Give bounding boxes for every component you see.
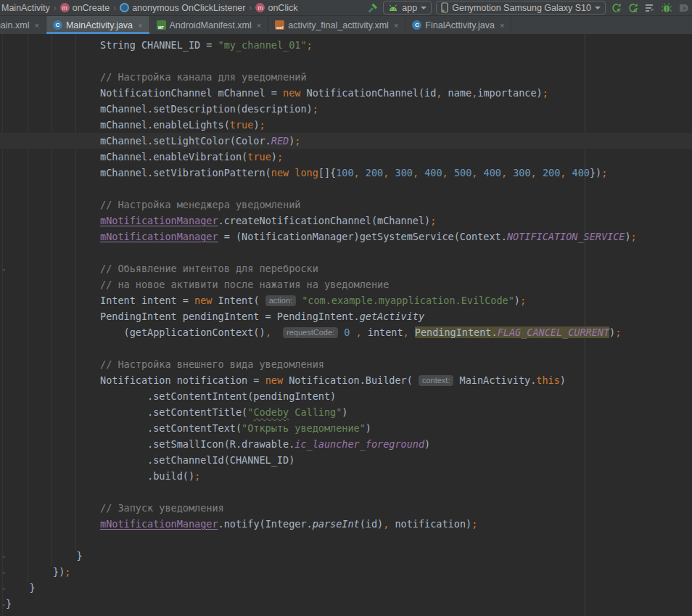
code-line[interactable]: // Настройка внешнего вида уведомления — [0, 356, 692, 372]
attach-debugger-icon — [677, 2, 689, 14]
code-line[interactable]: mChannel.setVibrationPattern(new long[]{… — [0, 165, 692, 181]
code-line[interactable]: // Настройка менеджера уведомлений — [0, 197, 692, 213]
fold-marker-icon[interactable]: ⌄ — [0, 583, 7, 593]
code-line[interactable]: Notification notification = new Notifica… — [0, 372, 692, 388]
code-line[interactable]: // на новое активити после нажатия на ув… — [0, 276, 692, 292]
debug-icon — [661, 2, 672, 14]
code-line[interactable] — [0, 532, 692, 548]
tab-activity_final_acttivity.xml[interactable]: xmlactivity_final_acttivity.xml× — [268, 16, 405, 34]
code-line[interactable]: PendingIntent pendingIntent = PendingInt… — [0, 308, 692, 324]
code-line[interactable]: mChannel.setLightColor(Color.RED); — [0, 133, 692, 149]
code-line[interactable]: mNotificationManager.notify(Integer.pars… — [0, 516, 692, 532]
code-token: ; — [260, 119, 265, 131]
code-token: PendingIntent. — [415, 327, 498, 338]
code-line[interactable]: // Обьявление интентов для переброски — [0, 260, 692, 276]
code-line[interactable]: // Настройка канала для уведомлений — [0, 69, 692, 85]
code-line[interactable]: mChannel.enableLights(true); — [0, 117, 692, 133]
tab-ity_main.xml[interactable]: ity_main.xml× — [0, 16, 46, 34]
code-line[interactable]: Intent intent = new Intent( action: "com… — [0, 292, 692, 308]
tab-AndroidManifest.xml[interactable]: MFAndroidManifest.xml× — [150, 16, 269, 34]
device-dropdown[interactable]: Genymotion Samsung Galaxy S10 — [436, 1, 606, 15]
close-icon[interactable]: × — [34, 21, 38, 30]
code-token: ) — [514, 295, 520, 306]
breadcrumb-label: MainActivity — [1, 3, 50, 13]
code-token: notification) — [389, 518, 471, 530]
breadcrumb-item[interactable]: monClick — [254, 3, 299, 13]
code-token: mChannel.setVibrationPattern( — [6, 167, 271, 178]
code-token: , — [265, 327, 271, 338]
code-token: 300 — [395, 167, 413, 178]
run-config-label: app — [402, 3, 417, 13]
code-line[interactable] — [0, 53, 692, 69]
code-line[interactable]: .setContentText("Открыть уведомление") — [0, 420, 692, 436]
breadcrumb-item[interactable]: anonymous OnClickListener — [118, 3, 247, 13]
fold-marker-icon[interactable]: ⌄ — [0, 599, 7, 609]
code-area[interactable]: String CHANNEL_ID = "my_channel_01"; // … — [0, 34, 692, 612]
code-token: .setContentText( — [6, 422, 242, 434]
code-token: new — [265, 374, 283, 386]
code-line[interactable]: .build(); — [0, 468, 692, 484]
code-token: intent — [362, 327, 403, 338]
code-token: Notification.Builder( — [283, 374, 419, 386]
fold-marker-icon[interactable]: ⌄ — [0, 263, 7, 274]
code-line[interactable]: (getApplicationContext(), requestCode: 0… — [0, 324, 692, 340]
code-line[interactable] — [0, 245, 692, 260]
close-icon[interactable]: × — [138, 21, 142, 30]
debug-icon[interactable] — [660, 1, 672, 14]
fold-marker-icon[interactable]: ⌄ — [0, 551, 7, 561]
apply-changes-restart-icon[interactable] — [610, 1, 622, 14]
code-line[interactable]: String CHANNEL_ID = "my_channel_01"; — [0, 37, 692, 53]
breadcrumb-separator-icon: › — [54, 3, 57, 13]
code-token: Codeby — [253, 406, 289, 418]
tab-label: ity_main.xml — [0, 20, 29, 30]
code-line[interactable] — [0, 484, 692, 500]
code-token: // Настройка менеджера уведомлений — [6, 199, 300, 210]
code-token: 400 — [572, 167, 590, 178]
manifest-file-icon: MF — [157, 20, 166, 30]
apply-code-changes-icon[interactable]: A — [627, 1, 639, 14]
code-line[interactable]: mChannel.setDescription(description); — [0, 101, 692, 117]
code-line[interactable]: }); — [0, 564, 692, 580]
code-token: "com.example.myapplication.EvilCode" — [302, 295, 514, 306]
code-token: ) — [560, 374, 566, 386]
fold-marker-icon[interactable]: ⌄ — [0, 567, 7, 577]
chevron-down-icon — [595, 7, 601, 9]
code-line[interactable]: .setChannelId(CHANNEL_ID) — [0, 452, 692, 468]
code-line[interactable]: .setSmallIcon(R.drawable.ic_launcher_for… — [0, 436, 692, 452]
code-token: parseInt — [313, 518, 360, 530]
code-token: } — [6, 582, 36, 594]
code-token: ) — [424, 438, 430, 450]
breadcrumb-label: anonymous OnClickListener — [132, 3, 245, 13]
profiler-icon[interactable] — [643, 1, 656, 14]
code-line[interactable]: // Запуск уведомления — [0, 500, 692, 516]
code-line[interactable] — [0, 181, 692, 197]
code-line[interactable]: NotificationChannel mChannel = new Notif… — [0, 85, 692, 101]
breadcrumb-item[interactable]: monCreate — [59, 3, 111, 13]
code-line[interactable]: .setContentTitle("Codeby Calling") — [0, 404, 692, 420]
code-token: 300 — [513, 167, 530, 178]
close-icon[interactable]: × — [500, 21, 504, 30]
tab-FinalActtivity.java[interactable]: CFinalActtivity.java× — [405, 16, 511, 34]
code-token: ) — [271, 151, 277, 163]
close-icon[interactable]: × — [257, 21, 261, 30]
code-token: true — [247, 151, 271, 163]
code-line[interactable]: } — [0, 580, 692, 596]
code-token — [477, 167, 483, 178]
code-line[interactable]: mNotificationManager.createNotificationC… — [0, 213, 692, 229]
breadcrumb: MainActivity›monCreate›anonymous OnClick… — [0, 0, 299, 15]
code-line[interactable]: mNotificationManager = (NotificationMana… — [0, 229, 692, 245]
attach-debugger-icon[interactable] — [677, 1, 689, 14]
code-line[interactable]: .setContentIntent(pendingIntent) — [0, 388, 692, 404]
code-token: ; — [543, 87, 548, 99]
breadcrumb-item[interactable]: MainActivity — [0, 3, 52, 13]
run-config-dropdown[interactable]: app — [383, 1, 432, 15]
build-hammer-icon[interactable] — [366, 1, 379, 14]
code-editor[interactable]: String CHANNEL_ID = "my_channel_01"; // … — [0, 34, 692, 616]
close-icon[interactable]: × — [394, 21, 398, 30]
code-line[interactable]: } — [0, 548, 692, 564]
code-line[interactable]: } — [0, 596, 692, 612]
code-token — [409, 327, 415, 338]
code-line[interactable] — [0, 340, 692, 356]
tab-MainActivity.java[interactable]: CMainActivity.java× — [46, 16, 150, 34]
code-line[interactable]: mChannel.enableVibration(true); — [0, 149, 692, 165]
